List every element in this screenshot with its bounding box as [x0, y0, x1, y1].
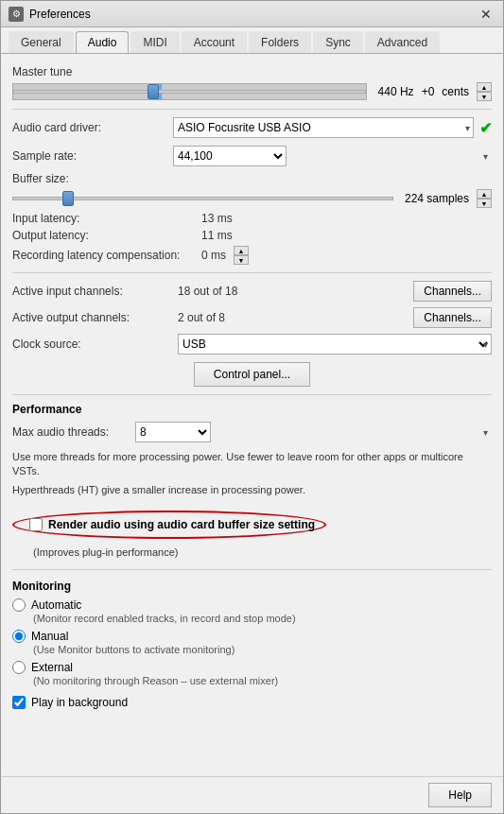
- sample-rate-dropdown-wrapper: 44,100: [173, 146, 492, 166]
- active-output-channels-label: Active output channels:: [12, 311, 178, 324]
- buffer-size-up[interactable]: ▲: [477, 189, 492, 199]
- master-tune-label: Master tune: [12, 65, 492, 78]
- render-checkbox[interactable]: [29, 518, 43, 531]
- input-latency-value: 13 ms: [201, 212, 233, 225]
- control-panel-button[interactable]: Control panel...: [194, 362, 310, 387]
- master-tune-thumb[interactable]: [148, 84, 159, 99]
- main-content: Master tune 440 Hz +0 cents ▲ ▼ Audio ca…: [1, 54, 503, 776]
- performance-title: Performance: [12, 403, 492, 416]
- monitoring-manual-item: Manual (Use Monitor buttons to activate …: [12, 630, 492, 655]
- perf-desc-1: Use more threads for more processing pow…: [12, 450, 492, 479]
- monitoring-external-item: External (No monitoring through Reason –…: [12, 661, 492, 686]
- master-tune-down[interactable]: ▼: [477, 92, 492, 101]
- buffer-size-thumb[interactable]: [62, 191, 74, 206]
- buffer-size-slider-row: 224 samples ▲ ▼: [12, 189, 492, 208]
- tab-sync[interactable]: Sync: [313, 31, 363, 53]
- monitoring-radio-group: Automatic (Monitor record enabled tracks…: [12, 598, 492, 686]
- master-tune-cents-value: +0: [422, 85, 435, 98]
- monitoring-automatic-radio[interactable]: [12, 598, 26, 612]
- active-output-channels-button[interactable]: Channels...: [413, 307, 492, 328]
- tab-bar: General Audio MIDI Account Folders Sync …: [1, 27, 503, 54]
- output-latency-row: Output latency: 11 ms: [12, 229, 492, 242]
- master-tune-slider-row: 440 Hz +0 cents ▲ ▼: [12, 82, 492, 101]
- recording-latency-down[interactable]: ▼: [234, 255, 249, 265]
- app-icon: ⚙: [9, 7, 24, 22]
- clock-source-label: Clock source:: [12, 338, 178, 351]
- monitoring-external-row: External: [12, 661, 492, 674]
- tab-audio[interactable]: Audio: [76, 31, 130, 53]
- sample-rate-row: Sample rate: 44,100: [12, 146, 492, 166]
- active-input-channels-row: Active input channels: 18 out of 18 Chan…: [12, 281, 492, 302]
- active-input-channels-value: 18 out of 18: [178, 285, 413, 298]
- monitoring-manual-radio[interactable]: [12, 630, 26, 643]
- close-button[interactable]: ✕: [477, 5, 495, 24]
- tab-advanced[interactable]: Advanced: [365, 31, 440, 53]
- performance-section: Performance Max audio threads: 8 Use mor…: [12, 403, 492, 558]
- clock-source-dropdown-wrapper: USB: [178, 334, 492, 355]
- master-tune-track: [12, 83, 367, 100]
- tab-midi[interactable]: MIDI: [130, 31, 179, 53]
- recording-latency-up[interactable]: ▲: [234, 246, 249, 255]
- tab-folders[interactable]: Folders: [249, 31, 311, 53]
- active-input-channels-label: Active input channels:: [12, 285, 178, 298]
- play-in-background-row: Play in background: [12, 696, 492, 709]
- title-bar: ⚙ Preferences ✕: [1, 1, 503, 27]
- tab-account[interactable]: Account: [182, 31, 247, 53]
- master-tune-value: 440 Hz: [378, 85, 414, 98]
- audio-card-driver-row: Audio card driver: ASIO Focusrite USB AS…: [12, 117, 492, 138]
- active-input-channels-button[interactable]: Channels...: [413, 281, 492, 302]
- buffer-size-label: Buffer size:: [12, 172, 173, 185]
- active-output-channels-value: 2 out of 8: [178, 311, 413, 324]
- audio-card-driver-select[interactable]: ASIO Focusrite USB ASIO: [173, 117, 474, 138]
- max-threads-dropdown-wrapper: 8: [135, 422, 492, 442]
- control-panel-row: Control panel...: [12, 362, 492, 387]
- monitoring-manual-row: Manual: [12, 630, 492, 643]
- perf-desc-2: Hyperthreads (HT) give a smaller increas…: [12, 483, 492, 497]
- recording-latency-label: Recording latency compensation:: [12, 249, 201, 262]
- help-button[interactable]: Help: [428, 783, 492, 807]
- sample-rate-label: Sample rate:: [12, 149, 173, 163]
- tab-general[interactable]: General: [9, 31, 74, 53]
- monitoring-title: Monitoring: [12, 580, 492, 593]
- audio-card-driver-dropdown-wrapper: ASIO Focusrite USB ASIO: [173, 117, 474, 138]
- active-output-channels-row: Active output channels: 2 out of 8 Chann…: [12, 307, 492, 328]
- render-checkbox-label: Render audio using audio card buffer siz…: [48, 518, 315, 531]
- monitoring-external-desc: (No monitoring through Reason – use exte…: [33, 675, 492, 686]
- monitoring-external-radio[interactable]: [12, 661, 26, 674]
- max-threads-label: Max audio threads:: [12, 425, 135, 439]
- master-tune-arrows: ▲ ▼: [477, 82, 492, 101]
- max-threads-select[interactable]: 8: [135, 422, 211, 442]
- preferences-window: ⚙ Preferences ✕ General Audio MIDI Accou…: [0, 0, 504, 814]
- monitoring-section: Monitoring Automatic (Monitor record ena…: [12, 580, 492, 709]
- monitoring-automatic-row: Automatic: [12, 598, 492, 612]
- input-latency-row: Input latency: 13 ms: [12, 212, 492, 225]
- buffer-size-arrows: ▲ ▼: [477, 189, 492, 208]
- footer: Help: [1, 776, 503, 813]
- master-tune-section: Master tune 440 Hz +0 cents ▲ ▼: [12, 65, 492, 101]
- window-title: Preferences: [29, 8, 477, 21]
- render-checkbox-sublabel: (Improves plug-in performance): [33, 546, 492, 558]
- monitoring-automatic-desc: (Monitor record enabled tracks, in recor…: [33, 613, 492, 624]
- master-tune-cents-unit: cents: [442, 85, 469, 98]
- output-latency-value: 11 ms: [201, 229, 233, 242]
- input-latency-label: Input latency:: [12, 212, 201, 225]
- render-checkbox-container: Render audio using audio card buffer siz…: [12, 505, 492, 558]
- sample-rate-select[interactable]: 44,100: [173, 146, 287, 166]
- buffer-size-value: 224 samples: [405, 192, 469, 205]
- monitoring-automatic-label: Automatic: [31, 598, 81, 612]
- recording-latency-arrows: ▲ ▼: [234, 246, 249, 265]
- recording-latency-value: 0 ms: [201, 249, 226, 262]
- output-latency-label: Output latency:: [12, 229, 201, 242]
- monitoring-external-label: External: [31, 661, 73, 674]
- audio-card-driver-label: Audio card driver:: [12, 121, 173, 134]
- master-tune-up[interactable]: ▲: [477, 82, 492, 92]
- buffer-size-row: Buffer size:: [12, 172, 492, 185]
- play-in-background-checkbox[interactable]: [12, 696, 26, 709]
- clock-source-row: Clock source: USB: [12, 334, 492, 355]
- monitoring-manual-desc: (Use Monitor buttons to activate monitor…: [33, 644, 492, 655]
- play-in-background-label: Play in background: [31, 696, 128, 709]
- clock-source-select[interactable]: USB: [178, 334, 492, 355]
- max-threads-row: Max audio threads: 8: [12, 422, 492, 442]
- render-checkbox-highlight: Render audio using audio card buffer siz…: [12, 511, 326, 539]
- buffer-size-down[interactable]: ▼: [477, 199, 492, 208]
